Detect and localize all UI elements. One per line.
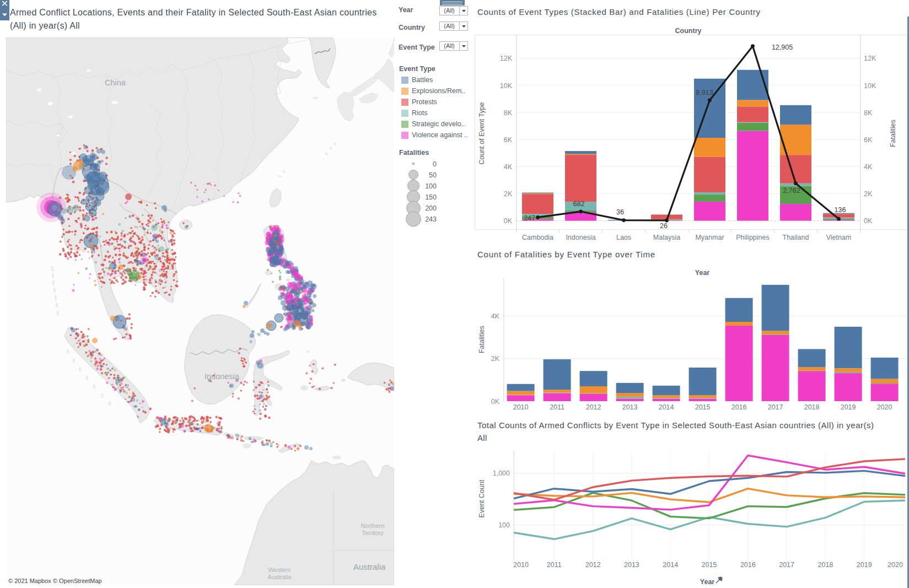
svg-text:Fatalities: Fatalities bbox=[478, 326, 486, 353]
svg-text:2K: 2K bbox=[504, 190, 513, 198]
svg-text:Thailand: Thailand bbox=[783, 234, 809, 241]
svg-text:2011: 2011 bbox=[547, 561, 562, 569]
svg-text:Northern: Northern bbox=[361, 522, 385, 529]
svg-text:10K: 10K bbox=[864, 82, 876, 90]
svg-text:0K: 0K bbox=[491, 398, 500, 406]
svg-text:2012: 2012 bbox=[585, 561, 601, 569]
svg-text:Year: Year bbox=[695, 269, 710, 277]
svg-text:2018: 2018 bbox=[817, 561, 833, 569]
svg-text:36: 36 bbox=[616, 208, 624, 216]
svg-text:6K: 6K bbox=[864, 136, 873, 144]
svg-text:682: 682 bbox=[573, 200, 585, 208]
svg-text:2013: 2013 bbox=[622, 403, 638, 411]
svg-text:2019: 2019 bbox=[857, 561, 872, 569]
svg-text:China: China bbox=[105, 78, 126, 87]
svg-text:Country: Country bbox=[675, 27, 702, 35]
svg-text:2011: 2011 bbox=[550, 403, 564, 411]
svg-text:100: 100 bbox=[498, 521, 510, 529]
svg-text:1,000: 1,000 bbox=[493, 470, 510, 477]
svg-text:2017: 2017 bbox=[779, 561, 794, 569]
svg-text:4K: 4K bbox=[504, 163, 513, 171]
svg-text:2020: 2020 bbox=[877, 403, 892, 411]
svg-text:Laos: Laos bbox=[616, 234, 631, 241]
svg-text:Australia: Australia bbox=[268, 574, 292, 580]
svg-text:0K: 0K bbox=[504, 217, 513, 225]
svg-text:8,913: 8,913 bbox=[696, 89, 713, 96]
svg-text:2K: 2K bbox=[864, 190, 873, 198]
svg-text:2010: 2010 bbox=[513, 403, 529, 411]
svg-text:2015: 2015 bbox=[702, 561, 717, 569]
svg-text:0K: 0K bbox=[864, 217, 873, 225]
svg-text:200: 200 bbox=[425, 204, 437, 212]
svg-text:2020: 2020 bbox=[888, 561, 903, 569]
svg-text:4K: 4K bbox=[864, 163, 873, 171]
svg-text:2012: 2012 bbox=[586, 403, 601, 411]
svg-text:Western: Western bbox=[268, 567, 291, 573]
svg-text:Territory: Territory bbox=[362, 530, 384, 536]
svg-text:50: 50 bbox=[429, 171, 437, 179]
svg-text:10K: 10K bbox=[500, 82, 513, 90]
svg-text:8K: 8K bbox=[864, 109, 873, 117]
svg-text:26: 26 bbox=[660, 222, 668, 230]
svg-text:Fatalities: Fatalities bbox=[889, 120, 897, 147]
svg-text:2,762: 2,762 bbox=[783, 187, 800, 195]
svg-text:Year: Year bbox=[700, 578, 715, 586]
svg-text:2014: 2014 bbox=[663, 561, 678, 569]
svg-text:All: All bbox=[477, 433, 487, 443]
svg-text:2015: 2015 bbox=[695, 403, 711, 411]
svg-text:Vietnam: Vietnam bbox=[826, 234, 852, 241]
svg-text:12,905: 12,905 bbox=[772, 44, 793, 51]
svg-text:2K: 2K bbox=[491, 355, 500, 363]
svg-text:2019: 2019 bbox=[841, 403, 856, 411]
svg-text:2016: 2016 bbox=[740, 561, 756, 569]
svg-text:2016: 2016 bbox=[731, 403, 747, 411]
svg-text:Indonesia: Indonesia bbox=[566, 234, 595, 241]
svg-text:2018: 2018 bbox=[804, 403, 820, 411]
svg-text:Event Count: Event Count bbox=[478, 479, 486, 517]
svg-text:2014: 2014 bbox=[659, 403, 674, 411]
svg-text:0: 0 bbox=[433, 160, 437, 168]
svg-text:100: 100 bbox=[425, 182, 437, 190]
svg-text:Count of Fatalities by Event T: Count of Fatalities by Event Type over T… bbox=[477, 250, 655, 259]
svg-text:6K: 6K bbox=[504, 136, 513, 144]
svg-text:247: 247 bbox=[524, 214, 535, 222]
svg-text:12K: 12K bbox=[864, 55, 876, 62]
svg-text:12K: 12K bbox=[500, 55, 513, 62]
svg-text:2017: 2017 bbox=[768, 403, 783, 411]
svg-text:© 2021 Mapbox © OpenStreetMap: © 2021 Mapbox © OpenStreetMap bbox=[8, 578, 102, 584]
svg-text:Malaysia: Malaysia bbox=[653, 234, 680, 241]
svg-text:150: 150 bbox=[425, 193, 437, 201]
svg-text:4K: 4K bbox=[491, 312, 500, 320]
svg-text:Cambodia: Cambodia bbox=[522, 234, 553, 241]
svg-text:Philippines: Philippines bbox=[736, 234, 769, 241]
svg-text:Count of Event Type: Count of Event Type bbox=[478, 102, 486, 164]
svg-text:8K: 8K bbox=[504, 109, 513, 117]
svg-text:Total Counts of Armed Conflict: Total Counts of Armed Conflicts by Event… bbox=[477, 420, 874, 430]
svg-text:Counts of Event Types (Stacked: Counts of Event Types (Stacked Bar) and … bbox=[477, 7, 761, 17]
svg-text:Australia: Australia bbox=[353, 562, 386, 571]
svg-text:243: 243 bbox=[425, 215, 437, 223]
svg-text:2010: 2010 bbox=[513, 561, 529, 569]
svg-text:136: 136 bbox=[835, 206, 846, 214]
svg-text:2013: 2013 bbox=[624, 561, 639, 569]
svg-text:Myanmar: Myanmar bbox=[695, 234, 724, 241]
